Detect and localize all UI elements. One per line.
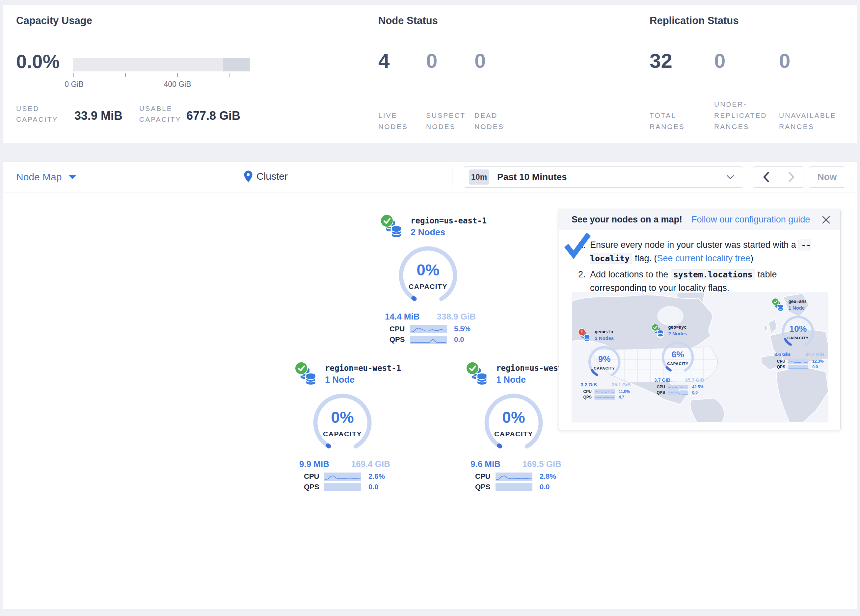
view-mode-label: Node Map [16, 171, 61, 183]
live-nodes-count: 4 [378, 49, 389, 72]
total-capacity: 169.5 GiB [522, 459, 561, 469]
total-capacity: 169.4 GiB [351, 459, 390, 469]
qps-value: 0.0 [454, 335, 464, 344]
total-capacity: 34.4 GiB [805, 352, 824, 357]
locality-node-count: 2 Nodes [669, 331, 687, 337]
capacity-gauge-caption: CAPACITY [479, 430, 548, 438]
status-ok-icon [772, 298, 779, 306]
popup-header: See your nodes on a map! Follow our conf… [559, 209, 840, 230]
capacity-axis-tick [177, 74, 178, 77]
qps-label: QPS [475, 483, 496, 491]
time-range-selector[interactable]: 10m Past 10 Minutes [464, 166, 743, 188]
capacity-bar-reserved-segment [223, 58, 250, 71]
capacity-bar [73, 58, 250, 71]
breadcrumb-label: Cluster [256, 171, 288, 182]
live-nodes-label: LIVE NODES [378, 110, 408, 132]
used-capacity: 9.6 MiB [471, 459, 501, 469]
mini-locality-nyc: geo=nyc 2 Nodes 6% CAPACITY 3.7 GiB 65.7… [651, 324, 706, 396]
locality-name: region=eu-west-1 [325, 364, 401, 373]
qps-label: QPS [656, 390, 668, 395]
locality-group-eu-west-1[interactable]: region=eu-west-1 1 Node 0% CAPACITY 9.9 … [295, 362, 394, 493]
used-capacity-label: USED CAPACITY [16, 103, 58, 125]
qps-sparkline [595, 395, 615, 400]
capacity-gauge-caption: CAPACITY [394, 283, 463, 290]
example-world-map: 1 geo=sfo 2 Nodes 9% CAPACITY 3.2 GiB 35… [571, 292, 829, 423]
cpu-sparkline [595, 389, 615, 394]
capacity-usage-title: Capacity Usage [16, 15, 92, 27]
usable-capacity-value: 677.8 GiB [186, 109, 240, 123]
locality-group-us-west-1[interactable]: region=us-west-1 1 Node 0% CAPACITY 9.6 … [466, 362, 565, 493]
time-range-label: Past 10 Minutes [497, 172, 567, 182]
view-mode-dropdown[interactable]: Node Map [16, 171, 76, 183]
cpu-value: 42.5% [692, 385, 703, 389]
capacity-gauge-caption: CAPACITY [659, 361, 697, 365]
setup-step-2: 2. Add locations to the system.locations… [578, 268, 827, 295]
used-capacity: 9.9 MiB [299, 459, 329, 469]
time-back-button[interactable] [753, 167, 779, 187]
locality-name: region=us-east-1 [411, 216, 486, 226]
cpu-sparkline [324, 473, 361, 481]
capacity-gauge-percent: 0% [479, 408, 548, 426]
qps-value: 0.0 [540, 483, 550, 491]
under-replicated-ranges-label: UNDER- REPLICATED RANGES [714, 99, 767, 132]
cluster-summary-bar: Capacity Usage 0.0% 0 GiB 400 GiB USED C… [3, 5, 857, 144]
status-ok-icon [380, 214, 394, 227]
dead-nodes-label: DEAD NODES [474, 110, 504, 132]
locality-tree-link[interactable]: See current locality tree [657, 253, 750, 263]
cpu-sparkline [668, 385, 689, 389]
node-status-title: Node Status [378, 15, 438, 27]
qps-sparkline [496, 483, 532, 491]
cpu-label: CPU [777, 359, 788, 364]
locality-node-count[interactable]: 2 Nodes [411, 227, 445, 238]
capacity-gauge-caption: CAPACITY [308, 430, 377, 438]
replication-status-title: Replication Status [650, 15, 739, 27]
close-icon[interactable] [822, 216, 830, 224]
capacity-axis-label-0: 0 GiB [64, 80, 84, 89]
capacity-percent: 0.0% [16, 50, 60, 72]
qps-value: 4.7 [619, 395, 624, 400]
completed-step-check-icon [562, 230, 593, 261]
total-ranges-label: TOTAL RANGES [650, 110, 685, 132]
capacity-gauge-percent: 9% [585, 354, 624, 364]
cpu-label: CPU [583, 389, 594, 394]
locality-name: geo=nyc [669, 325, 687, 330]
qps-sparkline [410, 335, 447, 344]
used-capacity: 3.7 GiB [654, 378, 670, 383]
qps-value: 0.0 [369, 483, 379, 491]
locality-breadcrumb[interactable]: Cluster [243, 170, 288, 183]
locality-node-count[interactable]: 1 Node [325, 375, 355, 385]
time-step-buttons [753, 166, 804, 188]
map-pin-icon [243, 170, 253, 183]
qps-value: 0.0 [812, 365, 818, 369]
dead-nodes-count: 0 [474, 49, 486, 72]
popup-title: See your nodes on a map! [571, 215, 682, 225]
used-capacity: 3.6 GiB [774, 352, 791, 357]
capacity-gauge-percent: 0% [394, 261, 463, 279]
cpu-sparkline [410, 325, 447, 333]
cpu-value: 12.3% [812, 359, 824, 364]
cpu-label: CPU [656, 385, 668, 389]
locality-node-count: 1 Node [789, 306, 805, 311]
time-range-badge: 10m [469, 169, 489, 185]
cpu-value: 2.8% [540, 472, 556, 481]
status-ok-icon [466, 362, 479, 375]
qps-label: QPS [304, 483, 324, 491]
usable-capacity-label: USABLE CAPACITY [139, 103, 181, 125]
unavailable-ranges-count: 0 [779, 49, 790, 72]
time-forward-button[interactable] [779, 167, 804, 187]
now-button[interactable]: Now [809, 166, 845, 188]
locality-group-us-east-1[interactable]: region=us-east-1 2 Nodes 0% CAPACITY 14.… [380, 214, 479, 346]
qps-label: QPS [389, 335, 410, 344]
used-capacity: 3.2 GiB [581, 382, 597, 388]
total-capacity: 65.7 GiB [685, 378, 704, 383]
locality-name: geo=ams [789, 299, 807, 304]
locality-node-count[interactable]: 1 Node [496, 375, 526, 385]
chevron-right-icon [788, 172, 795, 182]
configuration-guide-link[interactable]: Follow our configuration guide [691, 215, 810, 225]
capacity-gauge: 6% CAPACITY [659, 338, 697, 377]
capacity-gauge-percent: 0% [308, 408, 377, 426]
status-warning-badge: 1 [578, 328, 585, 335]
total-capacity: 35.1 GiB [612, 382, 631, 388]
capacity-axis-tick [74, 74, 74, 77]
mini-locality-ams: geo=ams 1 Node 10% CAPACITY 3.6 GiB 34.4… [772, 298, 826, 370]
